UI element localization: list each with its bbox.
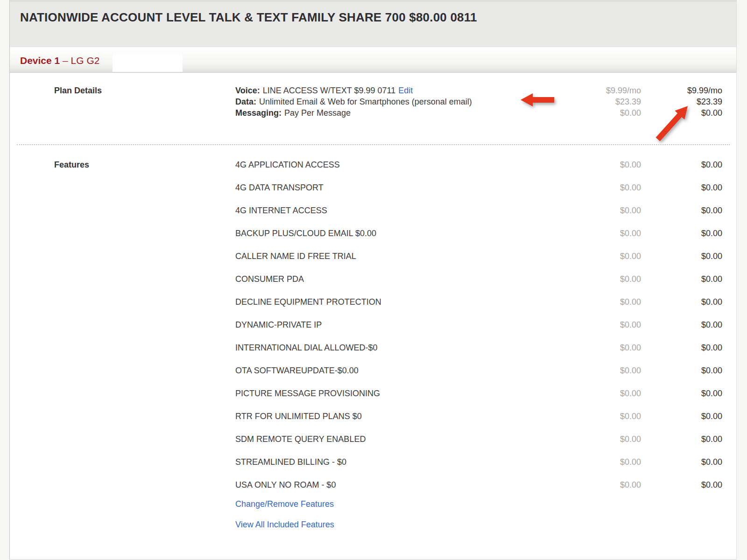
feature-price-new: $0.00 <box>701 206 722 216</box>
data-price-new: $23.39 <box>687 96 722 107</box>
feature-price-current: $0.00 <box>620 206 641 216</box>
plan-data-line: Data:Unlimited Email & Web for Smartphon… <box>235 96 472 107</box>
voice-price-current: $9.99/mo <box>606 85 641 96</box>
feature-row: 4G APPLICATION ACCESS $0.00 $0.00 <box>10 157 736 180</box>
data-label: Data: <box>235 97 256 106</box>
feature-price-new: $0.00 <box>701 457 722 467</box>
voice-label: Voice: <box>235 86 260 95</box>
feature-price-current: $0.00 <box>620 297 641 307</box>
plan-title: NATIONWIDE ACCOUNT LEVEL TALK & TEXT FAM… <box>20 10 477 25</box>
feature-row: PICTURE MESSAGE PROVISIONING $0.00 $0.00 <box>10 385 736 408</box>
feature-price-new: $0.00 <box>701 160 722 170</box>
features-list: 4G APPLICATION ACCESS $0.00 $0.00 4G DAT… <box>10 157 736 500</box>
feature-price-new: $0.00 <box>701 297 722 307</box>
feature-price-new: $0.00 <box>701 366 722 376</box>
feature-price-new: $0.00 <box>701 274 722 284</box>
device-heading: Device 1 – LG G2 <box>20 55 99 66</box>
feature-price-current: $0.00 <box>620 480 641 490</box>
plan-voice-line: Voice:LINE ACCESS W/TEXT $9.99 0711Edit <box>235 85 472 96</box>
feature-row: DYNAMIC-PRIVATE IP $0.00 $0.00 <box>10 317 736 340</box>
data-value: Unlimited Email & Web for Smartphones (p… <box>259 97 472 106</box>
feature-price-new: $0.00 <box>701 229 722 238</box>
device-label: Device 1 <box>20 55 60 66</box>
feature-price-current: $0.00 <box>620 366 641 376</box>
plan-details-label: Plan Details <box>54 86 102 96</box>
feature-price-current: $0.00 <box>620 274 641 284</box>
plan-details-lines: Voice:LINE ACCESS W/TEXT $9.99 0711Edit … <box>235 85 472 119</box>
feature-price-current: $0.00 <box>620 320 641 330</box>
redaction-box <box>113 54 183 72</box>
feature-price-new: $0.00 <box>701 480 722 490</box>
messaging-value: Pay Per Message <box>284 108 351 118</box>
red-arrow-diagonal-icon <box>650 116 695 130</box>
feature-row: USA ONLY NO ROAM - $0 $0.00 $0.00 <box>10 477 736 500</box>
plan-price-column-new: $9.99/mo $23.39 $0.00 <box>687 85 722 119</box>
feature-name: INTERNATIONAL DIAL ALLOWED-$0 <box>235 343 377 353</box>
feature-price-current: $0.00 <box>620 457 641 467</box>
feature-price-new: $0.00 <box>701 343 722 353</box>
edit-voice-link[interactable]: Edit <box>398 86 413 95</box>
feature-name: DYNAMIC-PRIVATE IP <box>235 320 322 330</box>
feature-price-current: $0.00 <box>620 412 641 421</box>
feature-name: 4G INTERNET ACCESS <box>235 206 327 216</box>
feature-name: RTR FOR UNLIMITED PLANS $0 <box>235 412 362 421</box>
plan-messaging-line: Messaging:Pay Per Message <box>235 107 472 119</box>
dotted-separator <box>17 144 730 145</box>
plan-price-column-current: $9.99/mo $23.39 $0.00 <box>606 85 641 119</box>
messaging-label: Messaging: <box>235 108 282 118</box>
feature-price-new: $0.00 <box>701 183 722 193</box>
device-row: Device 1 – LG G2 <box>10 49 736 73</box>
feature-price-new: $0.00 <box>701 320 722 330</box>
feature-price-new: $0.00 <box>701 389 722 399</box>
feature-name: 4G APPLICATION ACCESS <box>235 160 340 170</box>
feature-price-current: $0.00 <box>620 160 641 170</box>
plan-detail-panel: NATIONWIDE ACCOUNT LEVEL TALK & TEXT FAM… <box>9 0 737 560</box>
feature-price-current: $0.00 <box>620 183 641 193</box>
data-price-current: $23.39 <box>606 96 641 107</box>
feature-row: CONSUMER PDA $0.00 $0.00 <box>10 271 736 294</box>
feature-row: DECLINE EQUIPMENT PROTECTION $0.00 $0.00 <box>10 294 736 317</box>
feature-row: BACKUP PLUS/CLOUD EMAIL $0.00 $0.00 $0.0… <box>10 225 736 248</box>
feature-price-current: $0.00 <box>620 389 641 399</box>
feature-row: 4G INTERNET ACCESS $0.00 $0.00 <box>10 203 736 225</box>
feature-price-current: $0.00 <box>620 434 641 444</box>
feature-name: 4G DATA TRANSPORT <box>235 183 324 193</box>
feature-row: RTR FOR UNLIMITED PLANS $0 $0.00 $0.00 <box>10 408 736 431</box>
feature-price-current: $0.00 <box>620 252 641 261</box>
messaging-price-current: $0.00 <box>606 107 641 119</box>
feature-name: DECLINE EQUIPMENT PROTECTION <box>235 297 381 307</box>
change-remove-features-link[interactable]: Change/Remove Features <box>235 499 334 509</box>
voice-value: LINE ACCESS W/TEXT $9.99 0711 <box>263 86 395 95</box>
feature-row: 4G DATA TRANSPORT $0.00 $0.00 <box>10 180 736 203</box>
feature-name: CONSUMER PDA <box>235 274 304 284</box>
feature-price-new: $0.00 <box>701 434 722 444</box>
feature-name: USA ONLY NO ROAM - $0 <box>235 480 336 490</box>
feature-price-current: $0.00 <box>620 229 641 238</box>
plan-header-bar: NATIONWIDE ACCOUNT LEVEL TALK & TEXT FAM… <box>10 0 736 47</box>
feature-row: CALLER NAME ID FREE TRIAL $0.00 $0.00 <box>10 248 736 271</box>
feature-price-new: $0.00 <box>701 252 722 261</box>
feature-price-new: $0.00 <box>701 412 722 421</box>
feature-name: CALLER NAME ID FREE TRIAL <box>235 252 356 261</box>
feature-row: SDM REMOTE QUERY ENABLED $0.00 $0.00 <box>10 431 736 454</box>
feature-name: BACKUP PLUS/CLOUD EMAIL $0.00 <box>235 229 376 238</box>
feature-name: SDM REMOTE QUERY ENABLED <box>235 434 366 444</box>
voice-price-new: $9.99/mo <box>687 85 722 96</box>
device-model: – LG G2 <box>63 55 99 66</box>
feature-name: PICTURE MESSAGE PROVISIONING <box>235 389 380 399</box>
feature-price-current: $0.00 <box>620 343 641 353</box>
red-arrow-left-icon <box>521 93 554 107</box>
view-all-included-features-link[interactable]: View All Included Features <box>235 520 334 530</box>
feature-name: STREAMLINED BILLING - $0 <box>235 457 346 467</box>
feature-row: STREAMLINED BILLING - $0 $0.00 $0.00 <box>10 454 736 477</box>
feature-name: OTA SOFTWAREUPDATE-$0.00 <box>235 366 359 376</box>
feature-row: INTERNATIONAL DIAL ALLOWED-$0 $0.00 $0.0… <box>10 340 736 363</box>
feature-row: OTA SOFTWAREUPDATE-$0.00 $0.00 $0.00 <box>10 363 736 385</box>
